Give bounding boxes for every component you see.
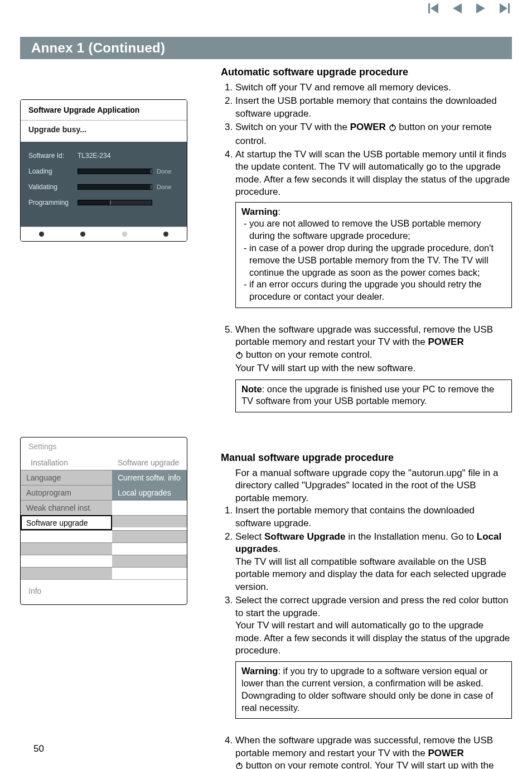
manual-intro: For a manual software upgrade copy the "… <box>221 467 512 504</box>
manual-step-4: When the software upgrade was successful… <box>235 734 512 769</box>
loading-bar <box>78 169 152 174</box>
manual-warning-box: Warning: if you try to upgrade to a soft… <box>235 661 512 719</box>
settings-blank <box>112 542 187 555</box>
programming-bar <box>78 200 152 205</box>
power-icon <box>235 350 243 362</box>
auto-warning-3: - if an error occurs during the upgrade … <box>244 278 506 303</box>
upgrade-app-title: Software Upgrade Application <box>21 100 187 121</box>
settings-blank <box>112 515 187 527</box>
skip-next-icon[interactable] <box>499 3 510 13</box>
software-id-value: TL32E-234 <box>78 152 152 160</box>
settings-row-weak-channel[interactable]: Weak channel inst. <box>21 500 112 515</box>
svg-rect-5 <box>508 3 510 13</box>
settings-panel: Settings Installation Software upgrade L… <box>20 437 187 605</box>
manual-step-3: Select the correct upgrade version and p… <box>235 594 512 657</box>
settings-col1-head: Installation <box>21 455 112 470</box>
dot-icon <box>80 232 85 237</box>
prev-icon[interactable] <box>452 3 463 13</box>
auto-warning-box: Warning: - you are not allowed to remove… <box>235 202 512 308</box>
settings-row-local-upgrades[interactable]: Local upgrades <box>112 485 187 500</box>
settings-blank <box>21 555 112 567</box>
settings-row-autoprogram[interactable]: Autoprogram <box>21 485 112 500</box>
next-icon[interactable] <box>475 3 486 13</box>
programming-label: Programming <box>28 199 73 206</box>
svg-marker-0 <box>431 3 438 13</box>
settings-col2-head: Software upgrade <box>112 455 187 470</box>
settings-info-label: Info <box>21 579 187 604</box>
top-nav <box>428 3 510 13</box>
auto-heading: Automatic software upgrade procedure <box>221 66 512 79</box>
loading-label: Loading <box>28 167 73 175</box>
validating-bar <box>78 184 152 190</box>
settings-blank <box>112 567 187 579</box>
power-icon <box>389 122 396 134</box>
manual-step-1: Insert the portable memory that contains… <box>235 504 512 530</box>
skip-prev-icon[interactable] <box>428 3 439 13</box>
page-number: 50 <box>33 743 44 754</box>
dot-icon <box>163 232 168 237</box>
loading-done: Done <box>157 168 179 175</box>
auto-step-3: Switch on your TV with the POWER button … <box>235 121 512 147</box>
auto-step-4: At startup the TV will scan the USB port… <box>235 148 512 199</box>
manual-step-2: Select Software Upgrade in the Installat… <box>235 531 512 593</box>
panel-dots <box>21 227 187 241</box>
upgrade-app-panel: Software Upgrade Application Upgrade bus… <box>20 99 187 242</box>
settings-blank <box>112 555 187 567</box>
software-id-label: Software Id: <box>28 152 73 160</box>
settings-title: Settings <box>21 438 187 455</box>
auto-note-box: Note: once the upgrade is finished use y… <box>235 379 512 413</box>
manual-heading: Manual software upgrade procedure <box>221 451 512 465</box>
auto-step-1: Switch off your TV and remove all memory… <box>235 81 512 94</box>
validating-label: Validating <box>28 183 73 191</box>
settings-blank <box>112 500 187 512</box>
section-header: Annex 1 (Continued) <box>20 37 512 59</box>
svg-rect-1 <box>428 3 430 13</box>
svg-marker-2 <box>453 3 462 13</box>
auto-step-2: Insert the USB portable memory that cont… <box>235 95 512 120</box>
dot-icon <box>122 232 127 237</box>
svg-marker-4 <box>500 3 507 13</box>
settings-row-software-upgrade-selected[interactable]: Software upgrade <box>21 515 112 530</box>
settings-row-current-softw[interactable]: Current softw. info <box>112 470 187 485</box>
settings-blank <box>112 530 187 542</box>
settings-blank <box>21 567 112 579</box>
auto-warning-1: - you are not allowed to remove the USB … <box>244 218 506 242</box>
settings-row-language[interactable]: Language <box>21 470 112 485</box>
auto-warning-2: - in case of a power drop during the upg… <box>244 242 506 278</box>
validating-done: Done <box>157 184 179 190</box>
dot-icon <box>39 232 44 237</box>
power-icon <box>235 761 243 769</box>
settings-blank <box>21 530 112 542</box>
settings-blank <box>21 542 112 555</box>
svg-marker-3 <box>476 3 485 13</box>
auto-step-5: When the software upgrade was successful… <box>235 324 512 375</box>
upgrade-status: Upgrade busy... <box>21 121 187 142</box>
